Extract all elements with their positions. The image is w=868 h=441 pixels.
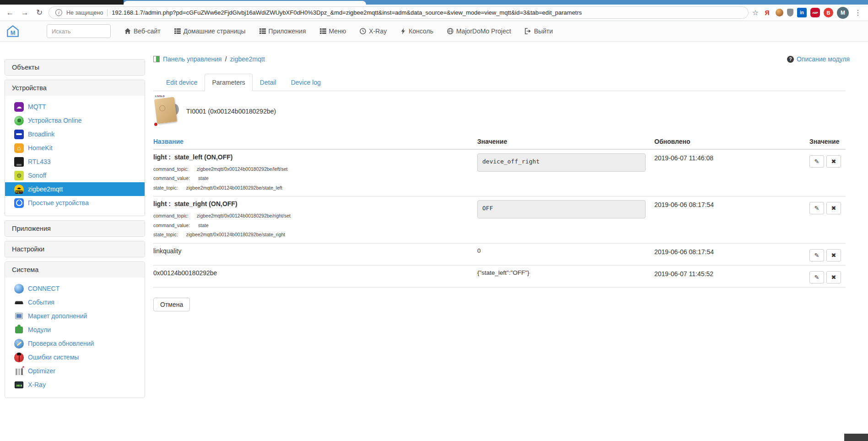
broadlink-icon [14,130,24,139]
nav-logout[interactable]: Выйти [525,27,553,35]
tab-edit-device[interactable]: Edit device [159,74,205,91]
delete-param-button[interactable]: ✖ [826,249,841,261]
nav-majordomo-project[interactable]: MajorDoMo Project [447,27,511,35]
nav-applications[interactable]: Приложения [259,27,306,35]
sidebar-item-optimizer[interactable]: ↗ Optimizer [5,364,145,378]
delete-param-button[interactable]: ✖ [826,155,841,168]
device-brand-label: LIVOLO [155,95,165,98]
sidebar-section-devices[interactable]: Устройства [5,80,145,96]
nav-website[interactable]: Веб-сайт [124,27,161,35]
edit-param-button[interactable]: ✎ [809,249,824,261]
sidebar-item-mqtt[interactable]: ☁ MQTT [5,100,145,114]
delete-param-button[interactable]: ✖ [826,202,841,214]
sidebar-section-objects[interactable]: Объекты [5,60,145,75]
close-icon: ✖ [831,205,836,212]
status-corner-box [844,434,868,441]
tab-parameters[interactable]: Parameters [205,74,252,91]
monitor-icon [15,381,23,388]
pencil-icon: ✎ [814,252,819,259]
list-icon [174,28,181,34]
sidebar-item-addons-market[interactable]: Маркет дополнений [5,309,145,323]
table-header: Название Значение Обновлено Значение [153,134,846,150]
delete-param-button[interactable]: ✖ [826,271,841,283]
nav-menu[interactable]: Меню [320,27,346,35]
sidebar: Объекты Устройства ☁ MQTT Устройства Onl… [5,59,145,402]
param-name: linkquality [153,247,477,261]
sidebar-section-settings[interactable]: Настройки [5,241,145,257]
param-props: command_topic:zigbee2mqtt/0x00124b001802… [153,211,477,239]
sidebar-item-devices-online[interactable]: Устройства Online [5,114,145,127]
edit-param-button[interactable]: ✎ [809,271,824,283]
breadcrumb-module-link[interactable]: zigbee2mqtt [230,55,265,63]
column-header-updated: Обновлено [654,138,809,145]
usb-dongle-icon [14,157,24,167]
extension-icon[interactable] [776,9,783,16]
cancel-button[interactable]: Отмена [153,298,190,311]
table-row: 0x00124b00180292be {"state_left":"OFF"} … [153,266,846,288]
optimizer-icon: ↗ [16,369,23,375]
tab-detail[interactable]: Detail [253,74,284,91]
bolt-icon [400,28,406,34]
puzzle-icon [15,327,23,333]
active-browser-tab[interactable] [124,1,366,5]
reload-icon[interactable]: ↻ [34,8,45,17]
nav-home-pages[interactable]: Домашние страницы [174,27,246,35]
zigbee-icon: ☂MQTT [14,185,24,194]
close-icon: ✖ [831,158,836,165]
sidebar-item-xray[interactable]: X-Ray [5,378,145,392]
extension-b-icon[interactable]: B [824,8,833,17]
sidebar-item-broadlink[interactable]: Broadlink [5,127,145,141]
majordomo-logo-icon[interactable]: M [6,25,19,38]
sidebar-item-rtl433[interactable]: RTL433 [5,155,145,169]
globe-icon [14,284,24,294]
module-description-link[interactable]: Описание модуля [797,55,850,63]
omnibox-divider [107,9,108,16]
tab-strip-dark-segment [0,0,124,5]
sidebar-item-homekit[interactable]: ⌂ HomeKit [5,141,145,155]
nav-console[interactable]: Консоль [400,27,433,35]
search-input[interactable] [47,24,111,38]
param-value: 0 [477,247,654,261]
breadcrumb-control-panel-link[interactable]: Панель управления [163,55,222,63]
extension-yandex-icon[interactable]: Я [762,8,772,17]
site-info-icon[interactable]: i [55,9,62,16]
param-updated: 2019-06-06 08:17:54 [654,200,809,239]
address-bar[interactable]: i Не защищено 192.168.1.7/admin.php?pd=c… [49,6,749,19]
param-updated: 2019-06-07 11:45:52 [654,269,809,283]
sidebar-item-update-check[interactable]: Проверка обновлений [5,337,145,350]
param-value-input[interactable]: OFF [477,200,646,218]
sidebar-item-sonoff[interactable]: ⚙ Sonoff [5,169,145,182]
param-value-input[interactable]: device_off_right [477,153,646,172]
module-description[interactable]: ? Описание модуля [787,55,850,63]
sidebar-section-system[interactable]: Система [5,262,145,278]
sidebar-section-applications[interactable]: Приложения [5,221,145,236]
column-header-value2: Значение [809,138,846,145]
nav-xray[interactable]: X-Ray [360,27,387,35]
column-header-name[interactable]: Название [153,138,477,145]
extension-adblock-icon[interactable]: ABP [810,8,820,17]
extension-shield-icon[interactable] [787,9,793,16]
sidebar-item-system-errors[interactable]: Ошибки системы [5,350,145,364]
sidebar-item-modules[interactable]: Модули [5,323,145,337]
profile-avatar[interactable]: M [837,7,849,19]
bookmark-star-icon[interactable]: ☆ [752,8,759,17]
param-name: light : state_right (ON,OFF) [153,200,477,207]
extension-linkedin-icon[interactable]: in [797,8,807,17]
tab-bar: Edit device Parameters Detail Device log [153,74,846,91]
forward-icon[interactable]: → [19,8,30,17]
sidebar-item-connect[interactable]: CONNECT [5,282,145,295]
table-row: light : state_right (ON,OFF) command_top… [153,196,846,243]
panel-icon [153,56,160,62]
back-icon[interactable]: ← [5,8,16,17]
tab-device-log[interactable]: Device log [284,74,328,91]
svg-text:M: M [11,29,16,36]
sidebar-item-zigbee2mqtt[interactable]: ☂MQTT zigbee2mqtt [5,182,145,196]
sidebar-item-events[interactable]: События [5,295,145,309]
browser-menu-icon[interactable]: ⋮ [852,8,863,17]
edit-param-button[interactable]: ✎ [809,202,824,214]
column-header-value: Значение [477,138,654,145]
edit-param-button[interactable]: ✎ [809,155,824,168]
sidebar-item-simple-devices[interactable]: Простые устройства [5,196,145,210]
power-icon [14,198,24,208]
mqtt-icon: ☁ [14,102,24,112]
